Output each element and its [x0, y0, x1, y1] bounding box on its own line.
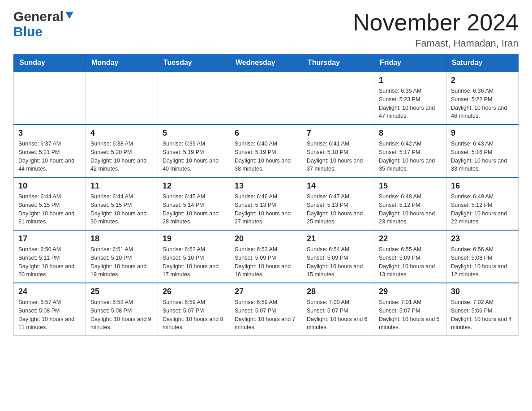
day-number: 11: [90, 181, 153, 191]
day-number: 19: [163, 234, 225, 244]
day-number: 17: [18, 234, 81, 244]
day-number: 29: [379, 287, 442, 296]
day-info: Sunrise: 6:38 AM Sunset: 5:20 PM Dayligh…: [90, 140, 153, 173]
day-number: 7: [307, 128, 369, 138]
calendar-cell-w2d1: 11Sunrise: 6:44 AM Sunset: 5:15 PM Dayli…: [86, 177, 158, 230]
day-number: 10: [18, 181, 81, 191]
day-number: 6: [235, 128, 297, 138]
calendar-cell-w4d0: 24Sunrise: 6:57 AM Sunset: 5:08 PM Dayli…: [14, 283, 86, 336]
day-info: Sunrise: 6:48 AM Sunset: 5:12 PM Dayligh…: [379, 193, 442, 226]
calendar-cell-w1d5: 8Sunrise: 6:42 AM Sunset: 5:17 PM Daylig…: [374, 124, 446, 177]
calendar-cell-w1d4: 7Sunrise: 6:41 AM Sunset: 5:18 PM Daylig…: [302, 124, 374, 177]
day-info: Sunrise: 6:59 AM Sunset: 5:07 PM Dayligh…: [163, 298, 225, 332]
day-info: Sunrise: 6:57 AM Sunset: 5:08 PM Dayligh…: [18, 298, 81, 332]
header-monday: Monday: [86, 54, 158, 72]
calendar-cell-w2d0: 10Sunrise: 6:44 AM Sunset: 5:15 PM Dayli…: [14, 177, 86, 230]
page-header: General Blue November 2024 Famast, Hamad…: [13, 9, 519, 49]
day-number: 13: [235, 181, 297, 191]
day-info: Sunrise: 6:56 AM Sunset: 5:08 PM Dayligh…: [451, 245, 514, 279]
day-info: Sunrise: 6:42 AM Sunset: 5:17 PM Dayligh…: [379, 140, 442, 173]
calendar-cell-w3d4: 21Sunrise: 6:54 AM Sunset: 5:09 PM Dayli…: [302, 230, 374, 283]
calendar-cell-w3d1: 18Sunrise: 6:51 AM Sunset: 5:10 PM Dayli…: [86, 230, 158, 283]
day-number: 25: [90, 287, 153, 296]
header-saturday: Saturday: [446, 54, 519, 72]
calendar-cell-w0d4: [302, 72, 374, 124]
calendar-cell-w0d0: [14, 72, 86, 124]
header-wednesday: Wednesday: [230, 54, 302, 72]
day-number: 14: [307, 181, 369, 191]
day-number: 5: [163, 128, 225, 138]
day-number: 18: [90, 234, 153, 244]
calendar-week-1: 3Sunrise: 6:37 AM Sunset: 5:21 PM Daylig…: [14, 124, 519, 177]
calendar-table: SundayMondayTuesdayWednesdayThursdayFrid…: [13, 54, 519, 336]
day-info: Sunrise: 6:49 AM Sunset: 5:12 PM Dayligh…: [451, 193, 514, 226]
day-number: 30: [451, 287, 514, 296]
calendar-cell-w3d0: 17Sunrise: 6:50 AM Sunset: 5:11 PM Dayli…: [14, 230, 86, 283]
calendar-cell-w0d6: 2Sunrise: 6:36 AM Sunset: 5:22 PM Daylig…: [446, 72, 519, 124]
day-number: 1: [379, 76, 442, 85]
day-info: Sunrise: 6:41 AM Sunset: 5:18 PM Dayligh…: [307, 140, 369, 173]
calendar-week-3: 17Sunrise: 6:50 AM Sunset: 5:11 PM Dayli…: [14, 230, 519, 283]
day-info: Sunrise: 6:40 AM Sunset: 5:19 PM Dayligh…: [235, 140, 297, 173]
calendar-cell-w4d2: 26Sunrise: 6:59 AM Sunset: 5:07 PM Dayli…: [158, 283, 230, 336]
day-info: Sunrise: 6:43 AM Sunset: 5:16 PM Dayligh…: [451, 140, 514, 173]
location-text: Famast, Hamadan, Iran: [353, 38, 519, 49]
calendar-cell-w2d2: 12Sunrise: 6:45 AM Sunset: 5:14 PM Dayli…: [158, 177, 230, 230]
day-info: Sunrise: 6:45 AM Sunset: 5:14 PM Dayligh…: [163, 193, 225, 226]
day-info: Sunrise: 6:46 AM Sunset: 5:13 PM Dayligh…: [235, 193, 297, 226]
calendar-cell-w1d1: 4Sunrise: 6:38 AM Sunset: 5:20 PM Daylig…: [86, 124, 158, 177]
day-info: Sunrise: 6:44 AM Sunset: 5:15 PM Dayligh…: [90, 193, 153, 226]
day-number: 4: [90, 128, 153, 138]
day-number: 16: [451, 181, 514, 191]
calendar-cell-w4d6: 30Sunrise: 7:02 AM Sunset: 5:06 PM Dayli…: [446, 283, 519, 336]
calendar-cell-w2d6: 16Sunrise: 6:49 AM Sunset: 5:12 PM Dayli…: [446, 177, 519, 230]
logo: General Blue: [13, 9, 74, 39]
logo-blue-text: Blue: [13, 24, 43, 39]
day-info: Sunrise: 6:37 AM Sunset: 5:21 PM Dayligh…: [18, 140, 81, 173]
calendar-cell-w4d4: 28Sunrise: 7:00 AM Sunset: 5:07 PM Dayli…: [302, 283, 374, 336]
day-number: 20: [235, 234, 297, 244]
day-number: 9: [451, 128, 514, 138]
header-sunday: Sunday: [14, 54, 86, 72]
header-thursday: Thursday: [302, 54, 374, 72]
day-number: 23: [451, 234, 514, 244]
day-number: 24: [18, 287, 81, 296]
calendar-cell-w3d6: 23Sunrise: 6:56 AM Sunset: 5:08 PM Dayli…: [446, 230, 519, 283]
calendar-cell-w2d4: 14Sunrise: 6:47 AM Sunset: 5:13 PM Dayli…: [302, 177, 374, 230]
day-info: Sunrise: 6:39 AM Sunset: 5:19 PM Dayligh…: [163, 140, 225, 173]
day-info: Sunrise: 7:02 AM Sunset: 5:06 PM Dayligh…: [451, 298, 514, 332]
day-number: 12: [163, 181, 225, 191]
header-tuesday: Tuesday: [158, 54, 230, 72]
month-title: November 2024: [353, 9, 519, 36]
day-number: 28: [307, 287, 369, 296]
calendar-cell-w1d2: 5Sunrise: 6:39 AM Sunset: 5:19 PM Daylig…: [158, 124, 230, 177]
calendar-cell-w4d3: 27Sunrise: 6:59 AM Sunset: 5:07 PM Dayli…: [230, 283, 302, 336]
day-info: Sunrise: 6:53 AM Sunset: 5:09 PM Dayligh…: [235, 245, 297, 279]
calendar-cell-w0d3: [230, 72, 302, 124]
calendar-week-0: 1Sunrise: 6:35 AM Sunset: 5:23 PM Daylig…: [14, 72, 519, 124]
day-info: Sunrise: 6:44 AM Sunset: 5:15 PM Dayligh…: [18, 193, 81, 226]
day-number: 26: [163, 287, 225, 296]
day-number: 8: [379, 128, 442, 138]
title-block: November 2024 Famast, Hamadan, Iran: [353, 9, 519, 49]
calendar-cell-w3d5: 22Sunrise: 6:55 AM Sunset: 5:09 PM Dayli…: [374, 230, 446, 283]
day-info: Sunrise: 7:01 AM Sunset: 5:07 PM Dayligh…: [379, 298, 442, 332]
day-info: Sunrise: 6:54 AM Sunset: 5:09 PM Dayligh…: [307, 245, 369, 279]
calendar-header-row: SundayMondayTuesdayWednesdayThursdayFrid…: [14, 54, 519, 72]
day-number: 15: [379, 181, 442, 191]
calendar-cell-w1d0: 3Sunrise: 6:37 AM Sunset: 5:21 PM Daylig…: [14, 124, 86, 177]
day-info: Sunrise: 7:00 AM Sunset: 5:07 PM Dayligh…: [307, 298, 369, 332]
day-number: 27: [235, 287, 297, 296]
calendar-cell-w4d1: 25Sunrise: 6:58 AM Sunset: 5:08 PM Dayli…: [86, 283, 158, 336]
day-number: 3: [18, 128, 81, 138]
logo-general-text: General: [13, 9, 64, 24]
day-info: Sunrise: 6:35 AM Sunset: 5:23 PM Dayligh…: [379, 87, 442, 120]
day-info: Sunrise: 6:58 AM Sunset: 5:08 PM Dayligh…: [90, 298, 153, 332]
calendar-body: 1Sunrise: 6:35 AM Sunset: 5:23 PM Daylig…: [14, 72, 519, 336]
logo-arrow-icon: [64, 11, 74, 22]
day-number: 2: [451, 76, 514, 85]
day-info: Sunrise: 6:55 AM Sunset: 5:09 PM Dayligh…: [379, 245, 442, 279]
calendar-cell-w1d6: 9Sunrise: 6:43 AM Sunset: 5:16 PM Daylig…: [446, 124, 519, 177]
day-info: Sunrise: 6:59 AM Sunset: 5:07 PM Dayligh…: [235, 298, 297, 332]
calendar-week-2: 10Sunrise: 6:44 AM Sunset: 5:15 PM Dayli…: [14, 177, 519, 230]
